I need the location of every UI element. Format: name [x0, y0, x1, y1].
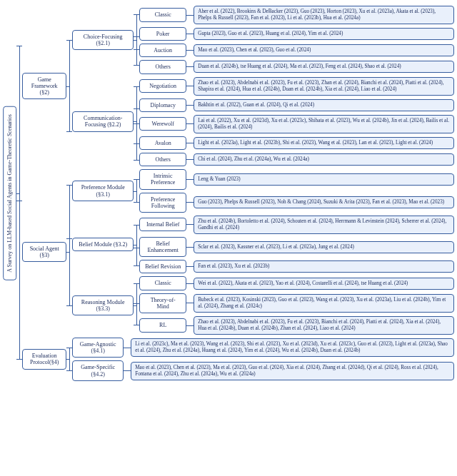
l1-game-framework: Game Framework (§2) — [22, 73, 66, 100]
l2-communication-focusing: Communication-Focusing (§2.2) — [72, 111, 134, 131]
l2-reasoning-module: Reasoning Module (§3.3) — [72, 295, 134, 315]
refs-pref-following: Guo (2023), Phelps & Russell (2023), Noh… — [194, 196, 454, 208]
refs-diplomacy: Bakhtin et al. (2022), Guan et al. (2024… — [194, 99, 454, 111]
connector — [186, 224, 194, 225]
refs-reason-classic: Wei et al. (2022), Akata et al. (2023), … — [194, 278, 454, 290]
connector — [186, 15, 194, 16]
l3-theory-of-mind: Theory-of-Mind — [139, 293, 186, 313]
l3-avalon: Avalon — [139, 136, 186, 150]
l1-social-agent: Social Agent (§3) — [22, 242, 66, 262]
l3-belief-revision: Belief Revision — [139, 260, 186, 273]
l3-reason-classic: Classic — [139, 276, 186, 290]
refs-game-agnostic: Li et al. (2023c), Ma et al. (2023), Wan… — [131, 338, 454, 357]
connector — [186, 179, 194, 180]
refs-game-specific: Mao et al. (2023), Chen et al. (2023), M… — [131, 362, 454, 380]
connector — [124, 348, 131, 348]
connector — [186, 105, 194, 106]
connector — [186, 34, 194, 34]
l3-belief-enhancement: Belief Enhancement — [139, 237, 186, 257]
connector — [134, 4, 139, 76]
connector — [186, 143, 194, 143]
l3-choice-others: Others — [139, 60, 186, 74]
l2-preference-module: Preference Module (§3.1) — [72, 181, 134, 201]
l3-poker: Poker — [139, 27, 186, 41]
connector — [66, 4, 72, 168]
connector — [186, 66, 194, 67]
refs-comm-others: Chi et al. (2024), Zhu et al. (2024a), W… — [194, 153, 454, 166]
l3-diplomacy: Diplomacy — [139, 98, 186, 112]
l3-rl: RL — [139, 318, 186, 332]
refs-rl: Zhao et al. (2023), Abdelnabi et al. (20… — [194, 316, 454, 335]
refs-auction: Mao et al. (2023), Chen et al. (2023), G… — [194, 44, 454, 56]
taxonomy-tree: A Survey on LLM-based Social Agents in G… — [3, 4, 454, 383]
connector — [16, 4, 22, 383]
l3-intrinsic-preference: Intrinsic Preference — [139, 169, 186, 189]
connector — [134, 275, 139, 336]
connector — [186, 266, 194, 267]
connector — [124, 370, 131, 371]
l3-negotiation: Negotiation — [139, 79, 186, 93]
connector — [186, 303, 194, 303]
refs-avalon: Light et al. (2023a), Light et al. (2023… — [194, 137, 454, 149]
connector — [186, 159, 194, 160]
refs-tom: Bubeck et al. (2023), Kosinski (2023), G… — [194, 294, 454, 313]
refs-classic: Aher et al. (2022), Brookins & DeBacker … — [194, 6, 454, 24]
refs-poker: Gupta (2023), Guo et al. (2023), Huang e… — [194, 28, 454, 40]
connector — [134, 76, 139, 168]
connector — [134, 214, 139, 275]
connector — [66, 168, 72, 336]
refs-belief-enh: Sclar et al. (2023), Kassner et al. (202… — [194, 241, 454, 253]
l3-classic: Classic — [139, 8, 186, 21]
refs-negotiation: Zhao et al. (2023), Abdelnabi et al. (20… — [194, 77, 454, 96]
l2-game-specific: Game-Specific (§4.2) — [72, 360, 124, 380]
l3-comm-others: Others — [139, 153, 186, 166]
connector — [186, 202, 194, 203]
connector — [186, 50, 194, 51]
connector — [186, 247, 194, 248]
connector — [66, 336, 72, 383]
l1-evaluation-protocol: Evaluation Protocol(§4) — [22, 349, 66, 369]
l3-auction: Auction — [139, 44, 186, 57]
connector — [186, 283, 194, 284]
l3-preference-following: Preference Following — [139, 193, 186, 213]
refs-belief-rev: Fan et al. (2023), Xu et al. (2023b) — [194, 260, 454, 273]
refs-choice-others: Duan et al. (2024b), tse Huang et al. (2… — [194, 61, 454, 73]
connector — [186, 325, 194, 326]
l2-belief-module: Belief Module (§3.2) — [72, 238, 134, 251]
connector — [186, 123, 194, 124]
l3-werewolf: Werewolf — [139, 117, 186, 131]
refs-internal-belief: Zhu et al. (2024b), Bortoletto et al. (2… — [194, 216, 454, 234]
l3-internal-belief: Internal Belief — [139, 218, 186, 231]
connector — [134, 168, 139, 214]
refs-intrinsic-pref: Leng & Yuan (2023) — [194, 173, 454, 186]
root-node: A Survey on LLM-based Social Agents in G… — [3, 106, 16, 280]
l2-game-agnostic: Game-Agnostic (§4.1) — [72, 338, 124, 358]
l2-choice-focusing: Choice-Focusing (§2.1) — [72, 30, 134, 50]
connector — [186, 86, 194, 86]
refs-werewolf: Lai et al. (2022), Xu et al. (2023d), Xu… — [194, 115, 454, 133]
